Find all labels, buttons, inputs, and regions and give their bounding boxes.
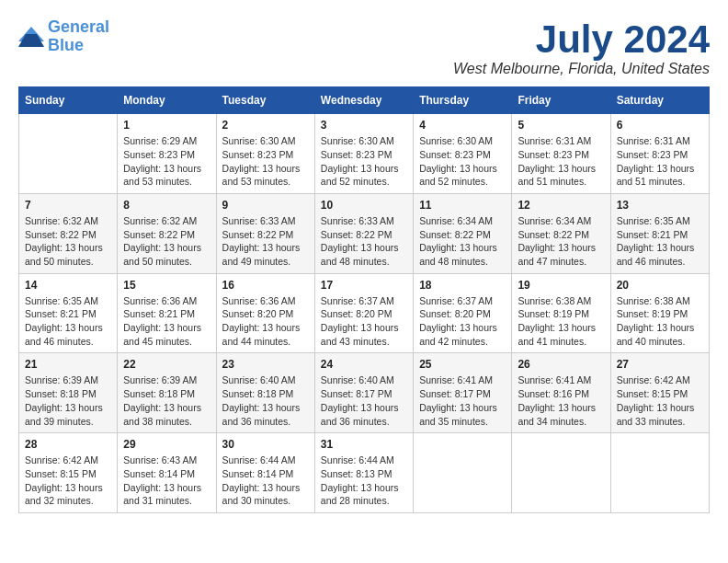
weekday-header-cell: Saturday — [610, 87, 709, 114]
day-info: Sunrise: 6:35 AMSunset: 8:21 PMDaylight:… — [617, 214, 703, 269]
calendar-day-cell: 31Sunrise: 6:44 AMSunset: 8:13 PMDayligh… — [314, 433, 413, 513]
day-info: Sunrise: 6:39 AMSunset: 8:18 PMDaylight:… — [123, 373, 210, 428]
day-number: 13 — [617, 199, 703, 212]
day-info: Sunrise: 6:33 AMSunset: 8:22 PMDaylight:… — [222, 214, 309, 269]
day-info: Sunrise: 6:44 AMSunset: 8:13 PMDaylight:… — [321, 454, 407, 508]
day-info: Sunrise: 6:41 AMSunset: 8:16 PMDaylight:… — [518, 373, 604, 428]
calendar-day-cell: 16Sunrise: 6:36 AMSunset: 8:20 PMDayligh… — [216, 273, 314, 353]
calendar-day-cell: 29Sunrise: 6:43 AMSunset: 8:14 PMDayligh… — [118, 433, 216, 513]
day-info: Sunrise: 6:30 AMSunset: 8:23 PMDaylight:… — [222, 134, 309, 189]
calendar-week-row: 21Sunrise: 6:39 AMSunset: 8:18 PMDayligh… — [19, 353, 710, 433]
calendar-day-cell — [19, 114, 118, 194]
day-number: 12 — [518, 199, 604, 212]
calendar-day-cell: 20Sunrise: 6:38 AMSunset: 8:19 PMDayligh… — [610, 273, 709, 353]
calendar-table: SundayMondayTuesdayWednesdayThursdayFrid… — [18, 86, 710, 513]
weekday-header-cell: Thursday — [414, 87, 512, 114]
calendar-day-cell: 19Sunrise: 6:38 AMSunset: 8:19 PMDayligh… — [512, 273, 610, 353]
page-header: General Blue July 2024 West Melbourne, F… — [18, 18, 710, 77]
calendar-day-cell — [512, 433, 610, 513]
calendar-week-row: 14Sunrise: 6:35 AMSunset: 8:21 PMDayligh… — [19, 273, 710, 353]
day-info: Sunrise: 6:31 AMSunset: 8:23 PMDaylight:… — [617, 134, 703, 189]
calendar-week-row: 7Sunrise: 6:32 AMSunset: 8:22 PMDaylight… — [19, 193, 710, 273]
day-number: 28 — [25, 438, 111, 451]
day-number: 18 — [419, 279, 506, 292]
day-info: Sunrise: 6:43 AMSunset: 8:14 PMDaylight:… — [123, 454, 210, 508]
calendar-day-cell: 15Sunrise: 6:36 AMSunset: 8:21 PMDayligh… — [118, 273, 216, 353]
location-title: West Melbourne, Florida, United States — [453, 61, 710, 77]
calendar-day-cell: 25Sunrise: 6:41 AMSunset: 8:17 PMDayligh… — [414, 353, 512, 433]
calendar-day-cell: 13Sunrise: 6:35 AMSunset: 8:21 PMDayligh… — [610, 193, 709, 273]
day-number: 21 — [25, 358, 111, 371]
day-number: 22 — [123, 358, 210, 371]
day-number: 1 — [123, 119, 210, 132]
calendar-day-cell: 6Sunrise: 6:31 AMSunset: 8:23 PMDaylight… — [610, 114, 709, 194]
calendar-week-row: 1Sunrise: 6:29 AMSunset: 8:23 PMDaylight… — [19, 114, 710, 194]
logo-text: General Blue — [48, 18, 109, 55]
calendar-day-cell: 21Sunrise: 6:39 AMSunset: 8:18 PMDayligh… — [19, 353, 118, 433]
day-info: Sunrise: 6:42 AMSunset: 8:15 PMDaylight:… — [25, 454, 111, 508]
calendar-day-cell: 27Sunrise: 6:42 AMSunset: 8:15 PMDayligh… — [610, 353, 709, 433]
title-block: July 2024 West Melbourne, Florida, Unite… — [453, 18, 710, 77]
day-number: 5 — [518, 119, 604, 132]
day-info: Sunrise: 6:37 AMSunset: 8:20 PMDaylight:… — [419, 294, 506, 349]
day-info: Sunrise: 6:33 AMSunset: 8:22 PMDaylight:… — [321, 214, 407, 269]
weekday-header-cell: Monday — [118, 87, 216, 114]
calendar-day-cell: 22Sunrise: 6:39 AMSunset: 8:18 PMDayligh… — [118, 353, 216, 433]
day-number: 11 — [419, 199, 506, 212]
day-info: Sunrise: 6:29 AMSunset: 8:23 PMDaylight:… — [123, 134, 210, 189]
day-number: 8 — [123, 199, 210, 212]
calendar-day-cell: 12Sunrise: 6:34 AMSunset: 8:22 PMDayligh… — [512, 193, 610, 273]
calendar-day-cell: 1Sunrise: 6:29 AMSunset: 8:23 PMDaylight… — [118, 114, 216, 194]
day-info: Sunrise: 6:36 AMSunset: 8:21 PMDaylight:… — [123, 294, 210, 349]
weekday-header-cell: Friday — [512, 87, 610, 114]
day-info: Sunrise: 6:34 AMSunset: 8:22 PMDaylight:… — [419, 214, 506, 269]
day-number: 27 — [617, 358, 703, 371]
weekday-header-cell: Wednesday — [314, 87, 413, 114]
day-number: 19 — [518, 279, 604, 292]
calendar-day-cell: 4Sunrise: 6:30 AMSunset: 8:23 PMDaylight… — [414, 114, 512, 194]
day-info: Sunrise: 6:40 AMSunset: 8:17 PMDaylight:… — [321, 373, 407, 428]
calendar-day-cell: 10Sunrise: 6:33 AMSunset: 8:22 PMDayligh… — [314, 193, 413, 273]
day-info: Sunrise: 6:36 AMSunset: 8:20 PMDaylight:… — [222, 294, 309, 349]
day-info: Sunrise: 6:35 AMSunset: 8:21 PMDaylight:… — [25, 294, 111, 349]
svg-marker-1 — [18, 34, 44, 47]
day-number: 3 — [321, 119, 407, 132]
day-info: Sunrise: 6:30 AMSunset: 8:23 PMDaylight:… — [321, 134, 407, 189]
month-title: July 2024 — [453, 18, 710, 61]
day-info: Sunrise: 6:38 AMSunset: 8:19 PMDaylight:… — [518, 294, 604, 349]
day-number: 14 — [25, 279, 111, 292]
weekday-header-cell: Tuesday — [216, 87, 314, 114]
calendar-day-cell: 30Sunrise: 6:44 AMSunset: 8:14 PMDayligh… — [216, 433, 314, 513]
calendar-week-row: 28Sunrise: 6:42 AMSunset: 8:15 PMDayligh… — [19, 433, 710, 513]
day-number: 2 — [222, 119, 309, 132]
calendar-day-cell — [414, 433, 512, 513]
calendar-day-cell: 23Sunrise: 6:40 AMSunset: 8:18 PMDayligh… — [216, 353, 314, 433]
day-info: Sunrise: 6:42 AMSunset: 8:15 PMDaylight:… — [617, 373, 703, 428]
day-number: 15 — [123, 279, 210, 292]
calendar-day-cell: 3Sunrise: 6:30 AMSunset: 8:23 PMDaylight… — [314, 114, 413, 194]
calendar-day-cell: 5Sunrise: 6:31 AMSunset: 8:23 PMDaylight… — [512, 114, 610, 194]
day-info: Sunrise: 6:34 AMSunset: 8:22 PMDaylight:… — [518, 214, 604, 269]
day-number: 25 — [419, 358, 506, 371]
weekday-header-cell: Sunday — [19, 87, 118, 114]
day-number: 30 — [222, 438, 309, 451]
calendar-day-cell: 24Sunrise: 6:40 AMSunset: 8:17 PMDayligh… — [314, 353, 413, 433]
day-info: Sunrise: 6:44 AMSunset: 8:14 PMDaylight:… — [222, 454, 309, 508]
calendar-day-cell: 17Sunrise: 6:37 AMSunset: 8:20 PMDayligh… — [314, 273, 413, 353]
calendar-day-cell: 14Sunrise: 6:35 AMSunset: 8:21 PMDayligh… — [19, 273, 118, 353]
calendar-day-cell: 26Sunrise: 6:41 AMSunset: 8:16 PMDayligh… — [512, 353, 610, 433]
day-info: Sunrise: 6:38 AMSunset: 8:19 PMDaylight:… — [617, 294, 703, 349]
day-number: 10 — [321, 199, 407, 212]
calendar-body: 1Sunrise: 6:29 AMSunset: 8:23 PMDaylight… — [19, 114, 710, 513]
day-number: 29 — [123, 438, 210, 451]
day-number: 4 — [419, 119, 506, 132]
day-number: 16 — [222, 279, 309, 292]
day-info: Sunrise: 6:37 AMSunset: 8:20 PMDaylight:… — [321, 294, 407, 349]
day-number: 20 — [617, 279, 703, 292]
day-info: Sunrise: 6:32 AMSunset: 8:22 PMDaylight:… — [25, 214, 111, 269]
weekday-header-row: SundayMondayTuesdayWednesdayThursdayFrid… — [19, 87, 710, 114]
day-number: 9 — [222, 199, 309, 212]
day-info: Sunrise: 6:40 AMSunset: 8:18 PMDaylight:… — [222, 373, 309, 428]
calendar-day-cell: 28Sunrise: 6:42 AMSunset: 8:15 PMDayligh… — [19, 433, 118, 513]
calendar-day-cell: 2Sunrise: 6:30 AMSunset: 8:23 PMDaylight… — [216, 114, 314, 194]
